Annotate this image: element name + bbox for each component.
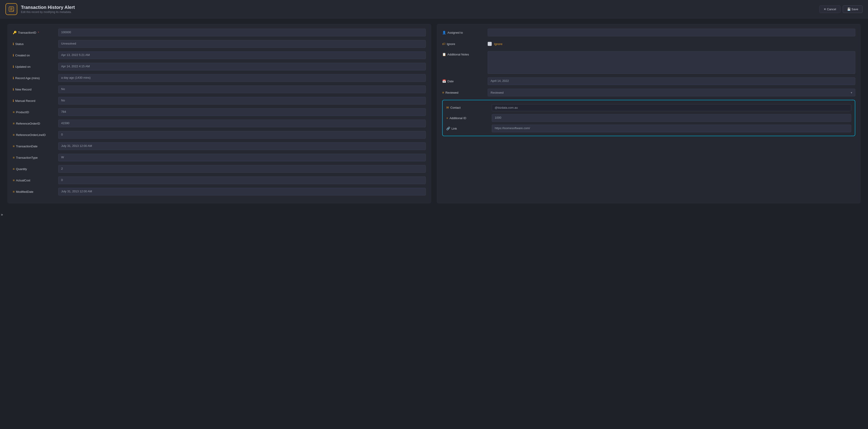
label-actual-cost: ≡ActualCost <box>13 179 58 182</box>
icon-record-age: ℹ <box>13 76 14 80</box>
title-block: Transaction History Alert Edit this reco… <box>21 5 75 13</box>
field-row-reference-order-line-id: ≡ReferenceOrderLineID0 <box>13 131 426 139</box>
label-status: ℹStatus <box>13 42 58 46</box>
value-modified-date[interactable]: July 31, 2013 12:00 AM <box>58 188 426 195</box>
value-quantity[interactable]: 2 <box>58 165 426 173</box>
required-marker: * <box>38 31 39 34</box>
icon-manual-record: ℹ <box>13 99 14 102</box>
additional-notes-input[interactable] <box>488 51 855 74</box>
field-row-transaction-date: ≡TransactionDateJuly 31, 2013 12:00 AM <box>13 142 426 150</box>
link-value[interactable]: https://loomesoftware.com/ <box>492 125 851 132</box>
ignore-checkbox-label[interactable]: Ignore <box>494 42 502 46</box>
label-reference-order-id: ≡ReferenceOrderID <box>13 122 58 125</box>
value-updated-on[interactable]: Apr 14, 2022 4:15 AM <box>58 63 426 70</box>
sidebar-toggle[interactable]: » <box>0 211 4 218</box>
icon-transaction-date: ≡ <box>13 144 14 148</box>
value-product-id[interactable]: 784 <box>58 108 426 116</box>
value-transaction-date[interactable]: July 31, 2013 12:00 AM <box>58 142 426 150</box>
main-content: 🔑TransactionID *100000ℹStatusUnresolvedℹ… <box>0 19 868 209</box>
icon-transaction-type: ≡ <box>13 156 14 159</box>
value-new-record[interactable]: No <box>58 86 426 93</box>
icon-updated-on: ℹ <box>13 65 14 68</box>
field-row-transaction-id: 🔑TransactionID *100000 <box>13 28 426 37</box>
reviewed-value: Reviewed <box>491 91 503 94</box>
contact-value[interactable]: @bizdata.com.au <box>492 104 851 111</box>
topbar-left: Transaction History Alert Edit this reco… <box>5 3 75 15</box>
value-transaction-id[interactable]: 100000 <box>58 29 426 36</box>
value-manual-record[interactable]: No <box>58 97 426 104</box>
contact-label: ✉ Contact <box>446 106 492 109</box>
icon-quantity: ≡ <box>13 167 14 171</box>
contact-section: ✉ Contact @bizdata.com.au + Additional I… <box>442 100 855 136</box>
person-icon: 👤 <box>442 31 446 34</box>
label-text-manual-record: Manual Record <box>15 99 35 102</box>
label-text-created-on: Created on <box>15 54 30 57</box>
icon-new-record: ℹ <box>13 88 14 91</box>
reviewed-label: ≡ Reviewed <box>442 91 488 94</box>
label-reference-order-line-id: ≡ReferenceOrderLineID <box>13 133 58 136</box>
plus-icon: + <box>446 116 448 120</box>
field-row-product-id: ≡ProductID784 <box>13 108 426 116</box>
field-row-manual-record: ℹManual RecordNo <box>13 97 426 105</box>
label-text-record-age: Record Age (mins) <box>15 76 40 80</box>
field-row-created-on: ℹCreated onApr 13, 2022 5:21 AM <box>13 51 426 59</box>
topbar-actions: ✕ Cancel 💾 Save <box>819 5 863 13</box>
label-text-actual-cost: ActualCost <box>16 179 30 182</box>
additional-notes-row: 📋 Additional Notes <box>442 51 855 74</box>
field-row-actual-cost: ≡ActualCost0 <box>13 176 426 184</box>
label-created-on: ℹCreated on <box>13 54 58 57</box>
label-transaction-id: 🔑TransactionID * <box>13 31 58 34</box>
reviewed-row: ≡ Reviewed Reviewed ▾ <box>442 88 855 97</box>
additional-notes-label: 📋 Additional Notes <box>442 53 488 56</box>
label-text-reference-order-line-id: ReferenceOrderLineID <box>16 133 46 136</box>
date-row: 📅 Date April 14, 2022 <box>442 77 855 85</box>
label-product-id: ≡ProductID <box>13 110 58 114</box>
date-value[interactable]: April 14, 2022 <box>488 77 855 85</box>
label-text-quantity: Quantity <box>16 167 27 171</box>
icon-transaction-id: 🔑 <box>13 31 17 34</box>
calendar-icon: 📅 <box>442 79 446 83</box>
label-manual-record: ℹManual Record <box>13 99 58 102</box>
ignore-controls: Ignore <box>488 42 502 46</box>
email-icon: ✉ <box>446 106 449 109</box>
icon-product-id: ≡ <box>13 110 14 114</box>
label-transaction-date: ≡TransactionDate <box>13 144 58 148</box>
field-row-new-record: ℹNew RecordNo <box>13 85 426 93</box>
icon-reference-order-line-id: ≡ <box>13 133 14 136</box>
additional-id-value[interactable]: 1000 <box>492 114 851 122</box>
label-record-age: ℹRecord Age (mins) <box>13 76 58 80</box>
reviewed-select[interactable]: Reviewed ▾ <box>488 89 855 96</box>
field-row-quantity: ≡Quantity2 <box>13 165 426 173</box>
label-text-modified-date: ModifiedDate <box>16 190 33 193</box>
label-updated-on: ℹUpdated on <box>13 65 58 68</box>
save-button[interactable]: 💾 Save <box>843 5 863 13</box>
reviewed-icon: ≡ <box>442 91 444 94</box>
assigned-to-value[interactable] <box>488 29 855 36</box>
ignore-checkbox[interactable] <box>488 42 492 46</box>
chevron-down-icon: ▾ <box>851 91 852 94</box>
value-actual-cost[interactable]: 0 <box>58 177 426 184</box>
assigned-to-row: 👤 Assigned to <box>442 28 855 37</box>
field-row-transaction-type: ≡TransactionTypeW <box>13 153 426 162</box>
ignore-row: 🏷 Ignore Ignore <box>442 40 855 48</box>
label-transaction-type: ≡TransactionType <box>13 156 58 159</box>
field-row-record-age: ℹRecord Age (mins)a day ago (1430 mins) <box>13 74 426 82</box>
value-transaction-type[interactable]: W <box>58 154 426 161</box>
tag-icon: 🏷 <box>442 42 445 46</box>
value-reference-order-line-id[interactable]: 0 <box>58 131 426 139</box>
additional-id-row: + Additional ID 1000 <box>446 114 851 122</box>
icon-created-on: ℹ <box>13 54 14 57</box>
value-status[interactable]: Unresolved <box>58 40 426 48</box>
value-record-age[interactable]: a day ago (1430 mins) <box>58 74 426 82</box>
cancel-button[interactable]: ✕ Cancel <box>819 5 840 13</box>
label-quantity: ≡Quantity <box>13 167 58 171</box>
link-row: 🔗 Link https://loomesoftware.com/ <box>446 124 851 132</box>
value-reference-order-id[interactable]: 41590 <box>58 120 426 127</box>
contact-row: ✉ Contact @bizdata.com.au <box>446 103 851 112</box>
ignore-label: 🏷 Ignore <box>442 42 488 46</box>
page-title: Transaction History Alert <box>21 5 75 10</box>
value-created-on[interactable]: Apr 13, 2022 5:21 AM <box>58 51 426 59</box>
label-text-new-record: New Record <box>15 88 32 91</box>
label-modified-date: ≡ModifiedDate <box>13 190 58 193</box>
date-label: 📅 Date <box>442 79 488 83</box>
